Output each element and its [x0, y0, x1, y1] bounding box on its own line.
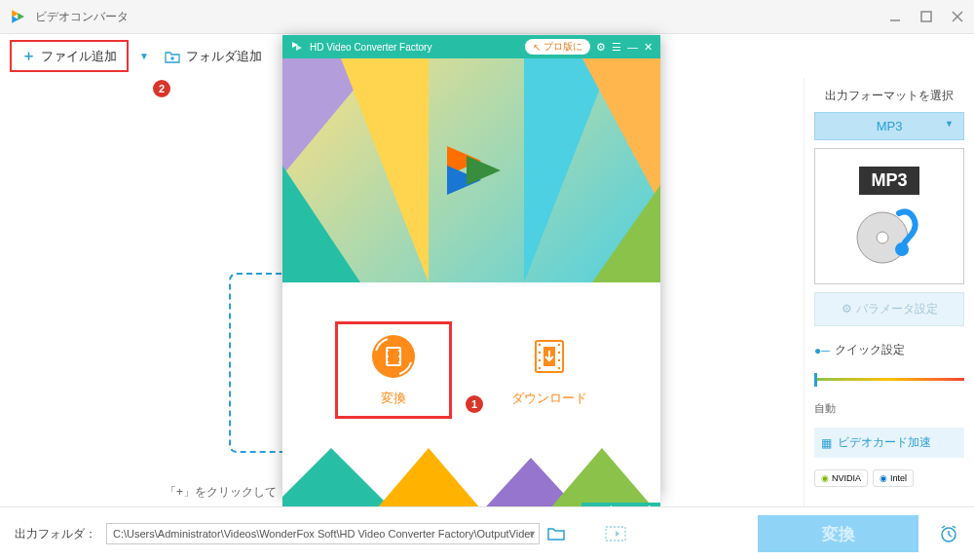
- folder-plus-icon: [165, 50, 180, 63]
- drop-hint-text: 「+」をクリックして: [165, 484, 277, 501]
- splash-banner: [282, 58, 660, 282]
- add-folder-button[interactable]: フォルダ追加: [157, 43, 270, 70]
- window-controls: [888, 10, 964, 23]
- convert-label: 変換: [381, 390, 406, 407]
- gpu-accel-button[interactable]: ▦ ビデオカード加速: [814, 428, 964, 458]
- output-path-input[interactable]: [106, 523, 540, 544]
- merge-icon[interactable]: [605, 526, 626, 541]
- splash-close-icon[interactable]: ✕: [644, 41, 653, 54]
- bottom-bar: 出力フォルダ： ▼ 変換: [0, 506, 974, 560]
- convert-icon: [370, 333, 417, 380]
- svg-point-21: [558, 344, 560, 346]
- convert-tile[interactable]: 変換: [335, 321, 452, 419]
- output-format-title: 出力フォーマットを選択: [814, 88, 964, 104]
- splash-minimize-icon[interactable]: —: [627, 41, 638, 53]
- path-dropdown-icon[interactable]: ▼: [528, 529, 537, 539]
- svg-point-15: [398, 361, 400, 363]
- browse-folder-icon[interactable]: [546, 526, 566, 541]
- svg-point-29: [895, 243, 909, 256]
- maximize-icon[interactable]: [919, 10, 933, 23]
- format-selector[interactable]: MP3: [814, 112, 964, 140]
- chip-icon: ▦: [821, 436, 832, 450]
- alarm-icon[interactable]: [938, 523, 959, 544]
- svg-line-35: [953, 526, 955, 528]
- svg-point-11: [387, 355, 389, 357]
- splash-actions: 変換 ダウンロード: [282, 282, 660, 448]
- quality-slider[interactable]: [814, 370, 964, 390]
- svg-rect-1: [921, 12, 931, 21]
- quick-marker-icon: ●─: [814, 344, 830, 357]
- add-folder-label: フォルダ追加: [186, 48, 262, 65]
- auto-label: 自動: [814, 401, 964, 416]
- format-card[interactable]: MP3: [814, 148, 964, 284]
- plus-icon: ＋: [21, 47, 36, 65]
- svg-point-12: [387, 361, 389, 363]
- banner-logo-icon: [432, 131, 510, 209]
- parameter-settings-button[interactable]: ⚙パラメータ設定: [814, 292, 964, 326]
- svg-point-10: [387, 350, 389, 352]
- svg-line-34: [942, 526, 945, 528]
- gpu-badges: ◉NVIDIA ◉Intel: [814, 469, 964, 487]
- format-badge: MP3: [859, 167, 918, 195]
- settings-icon[interactable]: ⚙: [596, 41, 606, 54]
- add-file-button[interactable]: ＋ ファイル追加: [10, 40, 129, 72]
- download-label: ダウンロード: [511, 390, 587, 407]
- svg-point-14: [398, 355, 400, 357]
- pro-upgrade-button[interactable]: ↖プロ版に: [525, 39, 590, 55]
- quick-settings-title: ●─ クイック設定: [814, 342, 964, 358]
- intel-badge: ◉Intel: [873, 469, 914, 487]
- splash-logo-icon: [290, 40, 304, 54]
- svg-point-23: [558, 359, 560, 361]
- convert-button[interactable]: 変換: [758, 515, 918, 552]
- app-title: ビデオコンバータ: [35, 9, 888, 25]
- svg-point-20: [539, 367, 541, 369]
- svg-point-24: [558, 367, 560, 369]
- svg-point-13: [398, 350, 400, 352]
- disc-icon: [855, 199, 923, 267]
- annotation-badge-1: 1: [466, 395, 483, 413]
- minimize-icon[interactable]: [888, 10, 902, 23]
- svg-line-33: [949, 535, 952, 537]
- add-file-label: ファイル追加: [41, 48, 117, 65]
- svg-point-18: [539, 352, 541, 354]
- splash-title: HD Video Converter Factory: [310, 42, 519, 53]
- svg-rect-9: [388, 349, 399, 364]
- close-icon[interactable]: [951, 10, 964, 23]
- svg-point-19: [539, 359, 541, 361]
- splash-header: HD Video Converter Factory ↖プロ版に ⚙ ☰ — ✕: [282, 35, 660, 58]
- output-folder-label: 出力フォルダ：: [15, 526, 96, 542]
- download-tile[interactable]: ダウンロード: [491, 321, 608, 419]
- app-logo-icon: [10, 8, 27, 25]
- svg-point-22: [558, 352, 560, 354]
- title-bar: ビデオコンバータ: [0, 0, 974, 34]
- nvidia-badge: ◉NVIDIA: [814, 469, 868, 487]
- add-file-dropdown-icon[interactable]: ▼: [139, 51, 149, 61]
- svg-point-17: [539, 344, 541, 346]
- sidebar: 出力フォーマットを選択 MP3 MP3 ⚙パラメータ設定 ●─ クイック設定 自…: [804, 78, 974, 506]
- download-icon: [526, 333, 573, 380]
- menu-icon[interactable]: ☰: [612, 41, 621, 54]
- slider-handle[interactable]: [814, 373, 817, 387]
- splash-dialog: HD Video Converter Factory ↖プロ版に ⚙ ☰ — ✕…: [282, 35, 660, 498]
- svg-point-28: [877, 232, 888, 243]
